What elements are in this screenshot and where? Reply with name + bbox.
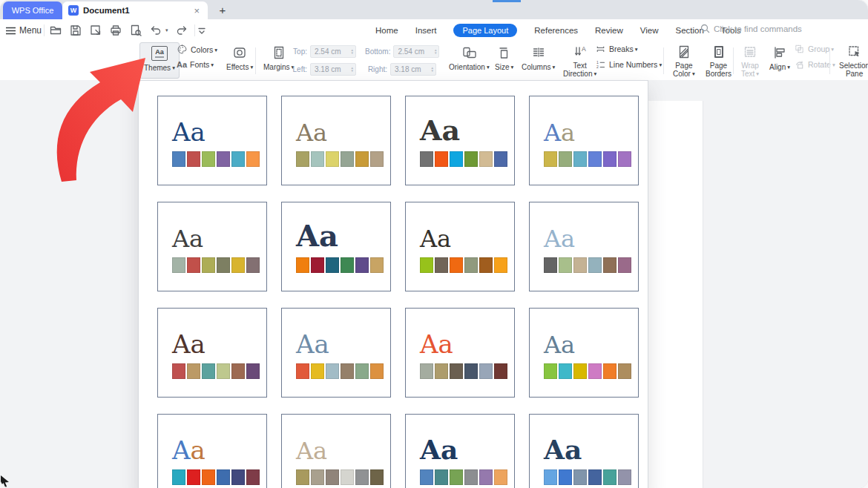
margin-fields: Top: 2.54 cm ▲▼ Bottom: 2.54 cm ▲▼ Left:…	[292, 45, 439, 76]
theme-card[interactable]: Aa	[157, 202, 267, 291]
theme-card[interactable]: Aa	[529, 414, 639, 488]
theme-font-preview: Aa	[172, 110, 266, 145]
theme-swatch	[494, 363, 507, 379]
theme-card[interactable]: Aa	[529, 96, 639, 185]
theme-card[interactable]: Aa	[281, 202, 391, 291]
breaks-stack: Breaks 1 2 Line Numbers	[595, 44, 662, 70]
theme-card[interactable]: Aa	[405, 414, 515, 488]
wrap-text-button[interactable]: WrapText	[737, 42, 763, 79]
theme-card[interactable]: Aa	[281, 308, 391, 398]
theme-card[interactable]: Aa	[157, 96, 267, 185]
orientation-button[interactable]: Orientation	[445, 42, 493, 79]
theme-swatch	[588, 257, 602, 273]
theme-swatch	[603, 151, 617, 167]
breaks-button[interactable]: Breaks	[595, 44, 662, 54]
theme-card[interactable]: Aa	[529, 308, 639, 398]
margin-top-label: Top:	[292, 47, 307, 56]
print-preview-icon[interactable]	[129, 24, 142, 37]
line-numbers-icon: 1 2	[595, 59, 606, 70]
theme-card[interactable]: Aa	[157, 308, 267, 398]
margin-right-input[interactable]: 3.18 cm ▲▼	[390, 63, 436, 76]
align-label: Align	[769, 63, 790, 71]
page-borders-label: PageBorders	[706, 62, 731, 78]
align-button[interactable]: Align	[766, 42, 794, 79]
selection-pane-button[interactable]: SelectionPane	[835, 42, 868, 79]
open-file-icon[interactable]	[49, 24, 62, 37]
theme-swatch	[435, 151, 448, 167]
theme-card[interactable]: Aa	[281, 414, 391, 488]
print-icon[interactable]	[109, 24, 122, 37]
margin-right-label: Right:	[365, 65, 387, 73]
spinner-icon[interactable]: ▲▼	[351, 67, 354, 73]
theme-swatch	[603, 469, 617, 485]
spinner-icon[interactable]: ▲▼	[431, 67, 434, 73]
theme-fonts-button[interactable]: Aa Fonts	[177, 60, 217, 69]
theme-swatch	[217, 363, 230, 379]
theme-swatch	[187, 151, 200, 167]
text-direction-button[interactable]: A Text Direction	[559, 42, 600, 79]
theme-swatch	[172, 469, 185, 485]
page-borders-button[interactable]: PageBorders	[702, 42, 735, 79]
theme-swatch	[355, 257, 369, 273]
tab-page-layout[interactable]: Page Layout	[453, 24, 517, 37]
theme-color-strip	[296, 257, 390, 273]
theme-card[interactable]: Aa	[529, 202, 639, 291]
group-separator	[663, 47, 664, 74]
orientation-icon	[461, 45, 477, 60]
size-button[interactable]: Size	[491, 42, 517, 79]
theme-swatch	[464, 257, 478, 273]
tab-view[interactable]: View	[640, 26, 659, 35]
undo-icon[interactable]	[149, 24, 162, 37]
theme-card[interactable]: Aa	[405, 202, 515, 291]
theme-card[interactable]: Aa	[405, 96, 515, 185]
margin-left-label: Left:	[292, 65, 307, 73]
document-tab[interactable]: W Document1 ×	[62, 1, 208, 19]
effects-label: Effects	[226, 63, 253, 71]
theme-swatch	[494, 469, 507, 485]
margin-top-input[interactable]: 2.54 cm ▲▼	[310, 45, 356, 58]
new-tab-button[interactable]: +	[215, 2, 230, 17]
theme-colors-button[interactable]: Colors	[177, 44, 217, 55]
wps-office-tab[interactable]: WPS Office	[3, 1, 62, 19]
themes-button[interactable]: Aa Themes	[139, 42, 180, 79]
tab-review[interactable]: Review	[595, 26, 623, 35]
page-borders-icon	[711, 44, 726, 59]
fonts-label: Fonts	[190, 60, 214, 69]
spinner-icon[interactable]: ▲▼	[351, 49, 354, 55]
undo-dropdown-caret[interactable]: ▾	[165, 27, 168, 33]
theme-swatch	[559, 151, 572, 167]
theme-swatch	[450, 151, 463, 167]
theme-card[interactable]: Aa	[281, 96, 391, 185]
line-numbers-button[interactable]: 1 2 Line Numbers	[595, 59, 662, 70]
customize-toolbar-icon[interactable]	[195, 24, 208, 37]
theme-swatch	[435, 363, 448, 379]
margin-bottom-input[interactable]: 2.54 cm ▲▼	[393, 45, 439, 58]
theme-font-preview: Aa	[544, 110, 638, 145]
save-icon[interactable]	[69, 24, 82, 37]
tab-home[interactable]: Home	[375, 26, 398, 35]
theme-card[interactable]: Aa	[157, 414, 267, 488]
theme-card[interactable]: Aa	[405, 308, 515, 398]
command-search[interactable]: Click to find commands	[700, 24, 802, 33]
theme-swatch	[246, 469, 260, 485]
spinner-icon[interactable]: ▲▼	[434, 49, 437, 55]
themes-dropdown-panel: AaAaAaAaAaAaAaAaAaAaAaAaAaAaAaAa	[138, 80, 648, 488]
theme-swatch	[588, 151, 602, 167]
theme-swatch	[370, 257, 384, 273]
theme-font-preview: Aa	[296, 216, 390, 251]
theme-font-preview: Aa	[544, 428, 638, 463]
align-icon	[772, 45, 787, 60]
close-tab-icon[interactable]: ×	[191, 5, 202, 16]
theme-color-strip	[172, 469, 266, 485]
ribbon-tab-strip: Home Insert Page Layout References Revie…	[375, 22, 741, 39]
hamburger-icon	[6, 27, 16, 35]
tab-insert[interactable]: Insert	[415, 26, 437, 35]
page-color-button[interactable]: PageColor	[669, 42, 699, 79]
effects-button[interactable]: Effects	[223, 42, 257, 79]
tab-references[interactable]: References	[534, 26, 578, 35]
save-as-icon[interactable]	[89, 24, 102, 37]
redo-icon[interactable]	[175, 24, 188, 37]
margin-left-input[interactable]: 3.18 cm ▲▼	[310, 63, 356, 76]
main-menu-button[interactable]: Menu	[6, 23, 42, 38]
columns-button[interactable]: Columns	[518, 42, 559, 79]
